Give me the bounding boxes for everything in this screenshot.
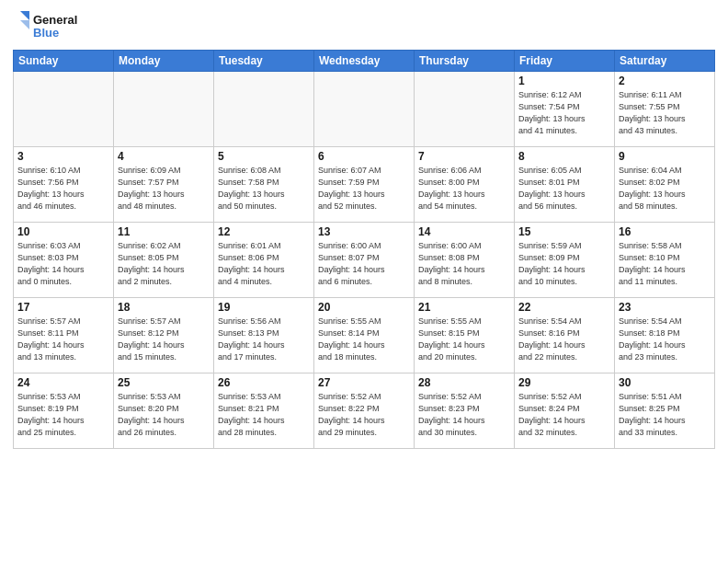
day-info: Sunrise: 6:05 AM Sunset: 8:01 PM Dayligh…: [518, 165, 610, 213]
svg-marker-3: [20, 20, 29, 29]
calendar-cell: 24Sunrise: 5:53 AM Sunset: 8:19 PM Dayli…: [14, 373, 114, 449]
day-header-saturday: Saturday: [615, 51, 715, 72]
calendar-cell: 26Sunrise: 5:53 AM Sunset: 8:21 PM Dayli…: [214, 373, 314, 449]
calendar-cell: 23Sunrise: 5:54 AM Sunset: 8:18 PM Dayli…: [615, 298, 715, 373]
day-info: Sunrise: 6:00 AM Sunset: 8:07 PM Dayligh…: [318, 240, 410, 288]
day-number: 15: [518, 225, 610, 238]
day-number: 11: [118, 225, 210, 238]
day-number: 4: [118, 150, 210, 163]
calendar-cell: 16Sunrise: 5:58 AM Sunset: 8:10 PM Dayli…: [615, 223, 715, 298]
calendar-cell: [314, 72, 415, 147]
day-info: Sunrise: 5:52 AM Sunset: 8:22 PM Dayligh…: [318, 391, 410, 439]
day-info: Sunrise: 6:02 AM Sunset: 8:05 PM Dayligh…: [118, 240, 210, 288]
day-number: 2: [619, 75, 711, 87]
calendar-cell: [14, 72, 114, 147]
day-number: 27: [318, 376, 410, 389]
day-number: 1: [518, 75, 610, 87]
calendar-cell: 10Sunrise: 6:03 AM Sunset: 8:03 PM Dayli…: [14, 223, 114, 298]
day-number: 13: [318, 225, 410, 238]
calendar-cell: 5Sunrise: 6:08 AM Sunset: 7:58 PM Daylig…: [214, 147, 314, 223]
page-header: General Blue: [13, 9, 715, 44]
day-number: 8: [518, 150, 610, 163]
day-info: Sunrise: 5:54 AM Sunset: 8:18 PM Dayligh…: [619, 316, 711, 363]
day-number: 19: [218, 301, 310, 314]
calendar-cell: 15Sunrise: 5:59 AM Sunset: 8:09 PM Dayli…: [515, 223, 615, 298]
calendar-cell: 9Sunrise: 6:04 AM Sunset: 8:02 PM Daylig…: [615, 147, 715, 223]
day-number: 7: [418, 150, 510, 163]
day-number: 21: [418, 301, 510, 314]
day-header-sunday: Sunday: [14, 51, 114, 72]
day-info: Sunrise: 5:56 AM Sunset: 8:13 PM Dayligh…: [218, 316, 310, 363]
calendar-cell: 19Sunrise: 5:56 AM Sunset: 8:13 PM Dayli…: [214, 298, 314, 373]
day-number: 25: [118, 376, 210, 389]
calendar-cell: 28Sunrise: 5:52 AM Sunset: 8:23 PM Dayli…: [415, 373, 515, 449]
day-header-thursday: Thursday: [415, 51, 515, 72]
calendar-cell: 22Sunrise: 5:54 AM Sunset: 8:16 PM Dayli…: [515, 298, 615, 373]
calendar-cell: 29Sunrise: 5:52 AM Sunset: 8:24 PM Dayli…: [515, 373, 615, 449]
svg-text:Blue: Blue: [33, 26, 59, 40]
logo: General Blue: [13, 9, 77, 44]
day-number: 16: [619, 225, 711, 238]
calendar-cell: 20Sunrise: 5:55 AM Sunset: 8:14 PM Dayli…: [314, 298, 415, 373]
day-number: 6: [318, 150, 410, 163]
calendar-cell: 8Sunrise: 6:05 AM Sunset: 8:01 PM Daylig…: [515, 147, 615, 223]
day-info: Sunrise: 5:51 AM Sunset: 8:25 PM Dayligh…: [619, 391, 711, 439]
day-info: Sunrise: 5:57 AM Sunset: 8:12 PM Dayligh…: [118, 316, 210, 363]
day-number: 5: [218, 150, 310, 163]
day-header-wednesday: Wednesday: [314, 51, 415, 72]
day-info: Sunrise: 5:52 AM Sunset: 8:23 PM Dayligh…: [418, 391, 510, 439]
day-number: 10: [17, 225, 109, 238]
calendar: SundayMondayTuesdayWednesdayThursdayFrid…: [13, 50, 715, 449]
day-number: 14: [418, 225, 510, 238]
day-number: 12: [218, 225, 310, 238]
day-info: Sunrise: 6:08 AM Sunset: 7:58 PM Dayligh…: [218, 165, 310, 213]
day-number: 3: [17, 150, 109, 163]
logo-svg: General Blue: [13, 9, 77, 44]
calendar-cell: 3Sunrise: 6:10 AM Sunset: 7:56 PM Daylig…: [14, 147, 114, 223]
calendar-cell: 13Sunrise: 6:00 AM Sunset: 8:07 PM Dayli…: [314, 223, 415, 298]
day-header-tuesday: Tuesday: [214, 51, 314, 72]
calendar-cell: [114, 72, 214, 147]
day-info: Sunrise: 6:04 AM Sunset: 8:02 PM Dayligh…: [619, 165, 711, 213]
day-number: 23: [619, 301, 711, 314]
calendar-cell: 21Sunrise: 5:55 AM Sunset: 8:15 PM Dayli…: [415, 298, 515, 373]
day-number: 24: [17, 376, 109, 389]
calendar-cell: 14Sunrise: 6:00 AM Sunset: 8:08 PM Dayli…: [415, 223, 515, 298]
day-header-monday: Monday: [114, 51, 214, 72]
calendar-cell: 7Sunrise: 6:06 AM Sunset: 8:00 PM Daylig…: [415, 147, 515, 223]
calendar-cell: 4Sunrise: 6:09 AM Sunset: 7:57 PM Daylig…: [114, 147, 214, 223]
calendar-cell: 17Sunrise: 5:57 AM Sunset: 8:11 PM Dayli…: [14, 298, 114, 373]
day-info: Sunrise: 6:09 AM Sunset: 7:57 PM Dayligh…: [118, 165, 210, 213]
day-info: Sunrise: 6:10 AM Sunset: 7:56 PM Dayligh…: [17, 165, 109, 213]
day-info: Sunrise: 6:11 AM Sunset: 7:55 PM Dayligh…: [619, 89, 711, 137]
day-info: Sunrise: 6:01 AM Sunset: 8:06 PM Dayligh…: [218, 240, 310, 288]
calendar-cell: 27Sunrise: 5:52 AM Sunset: 8:22 PM Dayli…: [314, 373, 415, 449]
day-header-friday: Friday: [515, 51, 615, 72]
day-number: 22: [518, 301, 610, 314]
day-info: Sunrise: 5:59 AM Sunset: 8:09 PM Dayligh…: [518, 240, 610, 288]
day-number: 29: [518, 376, 610, 389]
calendar-cell: 30Sunrise: 5:51 AM Sunset: 8:25 PM Dayli…: [615, 373, 715, 449]
day-info: Sunrise: 5:55 AM Sunset: 8:15 PM Dayligh…: [418, 316, 510, 363]
day-number: 18: [118, 301, 210, 314]
calendar-cell: [415, 72, 515, 147]
day-info: Sunrise: 5:52 AM Sunset: 8:24 PM Dayligh…: [518, 391, 610, 439]
calendar-cell: 6Sunrise: 6:07 AM Sunset: 7:59 PM Daylig…: [314, 147, 415, 223]
calendar-cell: 2Sunrise: 6:11 AM Sunset: 7:55 PM Daylig…: [615, 72, 715, 147]
calendar-cell: 1Sunrise: 6:12 AM Sunset: 7:54 PM Daylig…: [515, 72, 615, 147]
day-info: Sunrise: 5:53 AM Sunset: 8:20 PM Dayligh…: [118, 391, 210, 439]
day-info: Sunrise: 5:54 AM Sunset: 8:16 PM Dayligh…: [518, 316, 610, 363]
day-info: Sunrise: 6:12 AM Sunset: 7:54 PM Dayligh…: [518, 89, 610, 137]
day-info: Sunrise: 5:58 AM Sunset: 8:10 PM Dayligh…: [619, 240, 711, 288]
calendar-cell: 25Sunrise: 5:53 AM Sunset: 8:20 PM Dayli…: [114, 373, 214, 449]
day-number: 20: [318, 301, 410, 314]
day-info: Sunrise: 5:57 AM Sunset: 8:11 PM Dayligh…: [17, 316, 109, 363]
calendar-cell: 11Sunrise: 6:02 AM Sunset: 8:05 PM Dayli…: [114, 223, 214, 298]
day-number: 28: [418, 376, 510, 389]
svg-marker-2: [20, 11, 29, 20]
day-info: Sunrise: 6:06 AM Sunset: 8:00 PM Dayligh…: [418, 165, 510, 213]
calendar-cell: [214, 72, 314, 147]
day-info: Sunrise: 6:07 AM Sunset: 7:59 PM Dayligh…: [318, 165, 410, 213]
day-info: Sunrise: 5:55 AM Sunset: 8:14 PM Dayligh…: [318, 316, 410, 363]
day-info: Sunrise: 5:53 AM Sunset: 8:19 PM Dayligh…: [17, 391, 109, 439]
